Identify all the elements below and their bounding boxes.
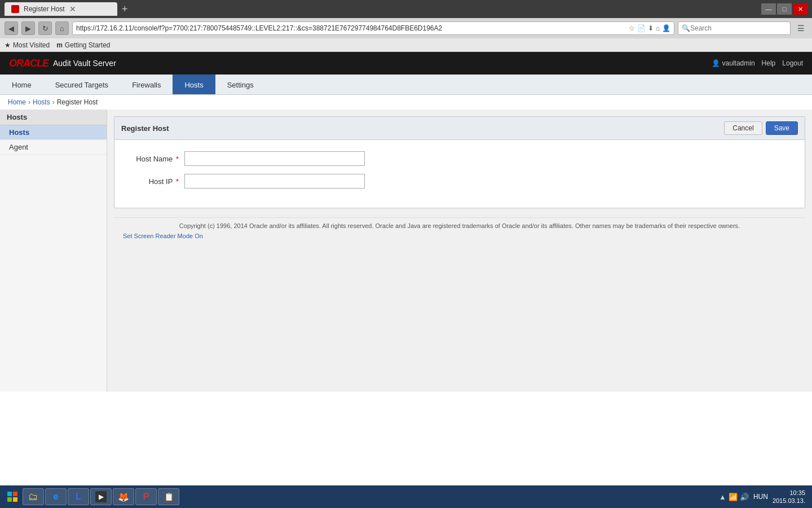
app-header: ORACLE Audit Vault Server 👤 vaultadmin H… xyxy=(0,52,812,75)
logout-link[interactable]: Logout xyxy=(782,59,803,67)
bookmarks-bar: ★ Most Visited m Getting Started xyxy=(0,38,812,52)
most-visited-icon: ★ xyxy=(5,41,11,49)
app-footer: Copyright (c) 1996, 2014 Oracle and/or i… xyxy=(114,217,805,244)
window-controls: — □ ✕ xyxy=(761,3,807,15)
username-label: vaultadmin xyxy=(722,59,755,67)
app-nav: Home Secured Targets Firewalls Hosts Set… xyxy=(0,75,812,95)
address-bar-wrap: ☆ 📄 ⬇ ⌂ 👤 xyxy=(72,21,674,35)
home-button[interactable]: ⌂ xyxy=(55,21,69,35)
sidebar-item-hosts[interactable]: Hosts xyxy=(0,125,107,140)
breadcrumb-sep-1: › xyxy=(28,98,30,106)
maximize-button[interactable]: □ xyxy=(777,3,792,15)
search-icon: 🔍 xyxy=(682,24,690,32)
browser-toolbar: ◀ ▶ ↻ ⌂ ☆ 📄 ⬇ ⌂ 👤 🔍 ☰ xyxy=(0,18,812,38)
host-ip-input[interactable] xyxy=(184,174,365,189)
host-name-row: Host Name * xyxy=(128,151,791,166)
download-icon[interactable]: ⬇ xyxy=(648,24,654,32)
new-tab-button[interactable]: + xyxy=(117,3,133,15)
minimize-button[interactable]: — xyxy=(761,3,776,15)
host-name-label: Host Name * xyxy=(128,155,184,163)
save-button[interactable]: Save xyxy=(766,121,798,135)
browser-tab[interactable]: Register Host ✕ xyxy=(5,2,117,16)
panel-body: Host Name * Host IP * xyxy=(114,140,805,208)
bookmark-getting-started[interactable]: m Getting Started xyxy=(56,41,110,49)
help-link[interactable]: Help xyxy=(762,59,776,67)
content-area: Hosts Hosts Agent Register Host Cancel S… xyxy=(0,110,812,392)
bookmark-most-visited[interactable]: ★ Most Visited xyxy=(5,41,50,49)
sidebar-item-agent[interactable]: Agent xyxy=(0,140,107,155)
address-bar[interactable] xyxy=(76,24,629,32)
nav-firewalls[interactable]: Firewalls xyxy=(120,75,173,94)
breadcrumb-home[interactable]: Home xyxy=(8,98,26,106)
host-ip-label: Host IP * xyxy=(128,177,184,186)
header-right: 👤 vaultadmin Help Logout xyxy=(712,59,803,67)
forward-button[interactable]: ▶ xyxy=(21,21,35,35)
header-user: 👤 vaultadmin xyxy=(712,59,755,67)
host-ip-row: Host IP * xyxy=(128,174,791,189)
reader-mode-icon[interactable]: 📄 xyxy=(637,24,646,32)
bookmark-getting-started-label: Getting Started xyxy=(65,41,111,49)
breadcrumb-hosts[interactable]: Hosts xyxy=(33,98,50,106)
nav-home[interactable]: Home xyxy=(0,75,43,94)
search-input[interactable] xyxy=(690,24,787,32)
breadcrumb: Home › Hosts › Register Host xyxy=(0,95,812,110)
app-title: Audit Vault Server xyxy=(53,59,116,68)
host-name-required: * xyxy=(174,155,179,163)
host-name-input[interactable] xyxy=(184,151,365,166)
host-ip-required: * xyxy=(174,177,179,186)
nav-hosts[interactable]: Hosts xyxy=(173,75,215,94)
tab-favicon xyxy=(11,5,19,13)
tab-title: Register Host xyxy=(24,5,65,13)
refresh-button[interactable]: ↻ xyxy=(38,21,52,35)
copyright-text: Copyright (c) 1996, 2014 Oracle and/or i… xyxy=(123,222,796,229)
close-button[interactable]: ✕ xyxy=(793,3,807,15)
main-content: Register Host Cancel Save Host Name * xyxy=(107,110,812,392)
panel-title: Register Host xyxy=(121,124,169,133)
cancel-button[interactable]: Cancel xyxy=(724,121,762,135)
panel-header: Register Host Cancel Save xyxy=(114,117,805,140)
sidebar-section-title: Hosts xyxy=(0,110,107,125)
nav-secured-targets[interactable]: Secured Targets xyxy=(43,75,120,94)
nav-settings[interactable]: Settings xyxy=(215,75,266,94)
register-host-panel: Register Host Cancel Save Host Name * xyxy=(114,116,805,208)
menu-button[interactable]: ☰ xyxy=(794,21,807,35)
user-icon: 👤 xyxy=(712,59,720,67)
bookmark-star-icon[interactable]: ☆ xyxy=(629,24,635,32)
sidebar: Hosts Hosts Agent xyxy=(0,110,107,392)
getting-started-icon: m xyxy=(56,41,63,49)
tab-close-button[interactable]: ✕ xyxy=(69,5,76,14)
oracle-logo: ORACLE xyxy=(9,58,48,69)
user-addr-icon[interactable]: 👤 xyxy=(662,24,670,32)
screen-reader-link[interactable]: Set Screen Reader Mode On xyxy=(123,233,796,239)
address-icons: ☆ 📄 ⬇ ⌂ 👤 xyxy=(629,24,670,32)
back-button[interactable]: ◀ xyxy=(5,21,18,35)
home-addr-icon[interactable]: ⌂ xyxy=(656,24,660,32)
panel-actions: Cancel Save xyxy=(724,121,798,135)
breadcrumb-current: Register Host xyxy=(57,98,98,106)
search-wrap: 🔍 xyxy=(678,21,791,35)
bookmark-most-visited-label: Most Visited xyxy=(13,41,50,49)
breadcrumb-sep-2: › xyxy=(52,98,55,106)
